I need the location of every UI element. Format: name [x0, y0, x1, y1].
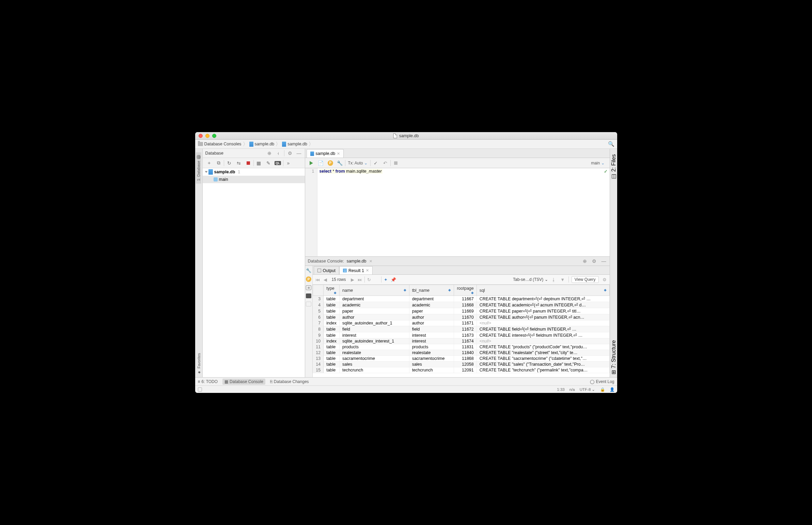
cell-sql[interactable]: CREATE TABLE paper⏎(⏎ panum INTEGER,⏎ ti…	[476, 308, 609, 314]
table-row[interactable]: 14 table sales sales 12058 CREATE TABLE …	[313, 362, 609, 368]
search-icon[interactable]: 🔍	[608, 141, 615, 147]
table-row[interactable]: 7 index sqlite_autoindex_author_1 author…	[313, 320, 609, 326]
status-icon[interactable]	[198, 388, 202, 392]
canel-icon[interactable]	[392, 159, 400, 167]
gear-icon[interactable]: ⚙	[591, 258, 597, 264]
prev-page-icon[interactable]: ◀	[322, 277, 328, 282]
pin-icon[interactable]: 📌	[390, 277, 397, 282]
close-button[interactable]	[198, 134, 203, 138]
cell-type[interactable]: table	[324, 350, 340, 356]
cell-name[interactable]: sales	[340, 362, 409, 368]
lock-icon[interactable]: 🔒	[600, 387, 605, 392]
result-tab[interactable]: Result 1 ✕	[339, 266, 373, 274]
db-changes-button[interactable]: ⎘ Database Changes	[270, 379, 309, 384]
cell-sql[interactable]: CREATE TABLE author⏎(⏎ panum INTEGER,⏎ a…	[476, 314, 609, 320]
sync-button[interactable]: ⇆	[234, 159, 243, 167]
table-icon[interactable]: ▦	[254, 159, 263, 167]
duplicate-button[interactable]: ⧉	[214, 159, 223, 167]
target-icon[interactable]: ⊕	[582, 258, 588, 264]
result-table[interactable]: type◆ name◆ tbl_name◆ rootpage◆ sql◆ 3 t…	[313, 285, 610, 377]
minimize-button[interactable]	[205, 134, 209, 138]
tree-schema[interactable]: main	[203, 176, 305, 183]
table-row[interactable]: 10 index sqlite_autoindex_interest_1 int…	[313, 339, 609, 344]
event-log-button[interactable]: ◯ Event Log	[590, 379, 614, 384]
empty-icon[interactable]	[306, 302, 311, 306]
page-icon[interactable]: ⊞	[306, 285, 311, 290]
download-icon[interactable]: ⭳	[551, 277, 557, 282]
cell-rootpage[interactable]: 11667	[454, 296, 476, 302]
cell-tblname[interactable]: sales	[409, 362, 454, 368]
rollback-icon[interactable]: ↶	[381, 159, 390, 167]
database-tool-tab[interactable]: 1: Database	[196, 152, 201, 183]
cell-type[interactable]: table	[324, 356, 340, 362]
wrench-icon[interactable]: 🔧	[336, 159, 344, 167]
cell-name[interactable]: paper	[340, 308, 409, 314]
cell-type[interactable]: table	[324, 296, 340, 302]
cell-type[interactable]: table	[324, 314, 340, 320]
table-row[interactable]: 13 table sacramentocrime sacramentocrime…	[313, 356, 609, 362]
first-page-icon[interactable]: ⏮	[315, 277, 321, 282]
minimize-icon[interactable]: —	[601, 258, 607, 264]
cell-name[interactable]: author	[340, 314, 409, 320]
cell-tblname[interactable]: sacramentocrime	[409, 356, 454, 362]
cell-rootpage[interactable]: 11670	[454, 314, 476, 320]
bar-icon[interactable]	[306, 294, 311, 298]
cell-tblname[interactable]: field	[409, 326, 454, 332]
cell-name[interactable]: academic	[340, 302, 409, 308]
wrench-icon[interactable]: 🔧	[306, 268, 311, 273]
cell-tblname[interactable]: author	[409, 314, 454, 320]
cell-name[interactable]: techcrunch	[340, 368, 409, 373]
cell-type[interactable]: table	[324, 362, 340, 368]
cell-type[interactable]: table	[324, 368, 340, 373]
breadcrumb-item[interactable]: sample.db	[249, 141, 275, 147]
breadcrumb-item[interactable]: Database Consoles	[198, 141, 241, 146]
refresh-button[interactable]: ↻	[225, 159, 234, 167]
table-row[interactable]: 3 table department department 11667 CREA…	[313, 296, 609, 302]
table-row[interactable]: 12 table realestate realestate 11840 CRE…	[313, 350, 609, 356]
close-tab-icon[interactable]: ✕	[366, 268, 369, 273]
cell-sql[interactable]: CREATE TABLE academic⏎(⏎ acnum INTEGER,⏎…	[476, 302, 609, 308]
table-row[interactable]: 6 table author author 11670 CREATE TABLE…	[313, 314, 609, 320]
gear-icon[interactable]: ⚙	[602, 277, 608, 282]
more-icon[interactable]: »	[284, 159, 293, 167]
cell-rootpage[interactable]: 11673	[454, 332, 476, 339]
cell-type[interactable]: table	[324, 332, 340, 339]
reload-icon[interactable]: ↻	[366, 277, 372, 282]
structure-tool-tab[interactable]: ⊞7: Structure	[610, 338, 617, 377]
inspector-icon[interactable]: 👤	[610, 387, 615, 392]
code-editor[interactable]: 1 select * from main.sqlite_master ✓	[305, 168, 610, 256]
output-tab[interactable]: Output	[314, 266, 340, 274]
col-tblname[interactable]: tbl_name◆	[409, 285, 454, 296]
close-tab-icon[interactable]: ✕	[337, 151, 340, 156]
new-icon[interactable]: ⊕	[266, 150, 272, 156]
cursor-position[interactable]: 1:33	[557, 388, 564, 392]
cell-sql[interactable]: <null>	[476, 320, 609, 326]
cell-sql[interactable]: CREATE TABLE field⏎(⏎ fieldnum INTEGER,⏎…	[476, 326, 609, 332]
filter-icon[interactable]: ▼	[560, 277, 566, 282]
add-button[interactable]: ＋	[205, 159, 213, 167]
db-console-button[interactable]: ▦ Database Console	[222, 379, 265, 385]
cell-name[interactable]: products	[340, 344, 409, 350]
cell-tblname[interactable]: author	[409, 320, 454, 326]
close-icon[interactable]: ✕	[369, 259, 372, 264]
cell-name[interactable]: field	[340, 326, 409, 332]
table-row[interactable]: 4 table academic academic 11668 CREATE T…	[313, 302, 609, 308]
col-sql[interactable]: sql◆	[476, 285, 609, 296]
run-button[interactable]	[307, 159, 316, 167]
cell-rootpage[interactable]: 11672	[454, 326, 476, 332]
cell-name[interactable]: interest	[340, 332, 409, 339]
tree-root[interactable]: sample.db 1	[203, 168, 305, 176]
cell-tblname[interactable]: interest	[409, 339, 454, 344]
col-type[interactable]: type◆	[324, 285, 340, 296]
col-rootpage[interactable]: rootpage◆	[454, 285, 476, 296]
explain-button[interactable]: P	[326, 159, 335, 167]
minimize-panel-icon[interactable]: —	[296, 150, 302, 156]
table-row[interactable]: 9 table interest interest 11673 CREATE T…	[313, 332, 609, 339]
cell-tblname[interactable]: paper	[409, 308, 454, 314]
cell-rootpage[interactable]: 11668	[454, 302, 476, 308]
cell-tblname[interactable]: academic	[409, 302, 454, 308]
cell-name[interactable]: sacramentocrime	[340, 356, 409, 362]
cell-name[interactable]: sqlite_autoindex_interest_1	[340, 339, 409, 344]
cell-rootpage[interactable]: 11831	[454, 344, 476, 350]
schema-dropdown[interactable]: main ⌄	[591, 161, 608, 165]
